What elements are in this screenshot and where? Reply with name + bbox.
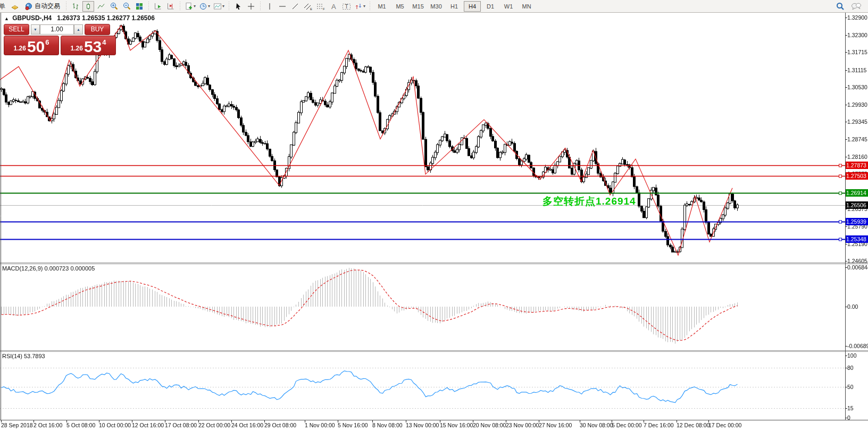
toolbar-separator bbox=[147, 2, 150, 11]
price-axis[interactable]: 1.329001.323001.317151.311151.305301.299… bbox=[845, 12, 868, 420]
time-tick-label: 17 Oct 08:00 bbox=[165, 422, 197, 428]
arrows-tool-button[interactable]: ▾ bbox=[353, 1, 366, 12]
chart-canvas[interactable] bbox=[0, 12, 868, 431]
hline-price-label: 1.25348 bbox=[846, 235, 868, 243]
crosshair-icon bbox=[247, 2, 255, 11]
cursor-arrow-icon bbox=[234, 2, 243, 11]
new-order-button[interactable]: 订单 bbox=[0, 2, 9, 11]
horizontal-line-tool-button[interactable] bbox=[277, 1, 288, 12]
templates-button[interactable]: ▾ bbox=[212, 1, 226, 12]
chart-title: ▲ GBPUSD-,H4 1.26373 1.26535 1.26277 1.2… bbox=[4, 14, 155, 22]
dropdown-caret-icon: ▾ bbox=[194, 4, 196, 9]
collapse-triangle-icon: ▲ bbox=[4, 16, 9, 21]
toolbar-separator bbox=[369, 2, 371, 11]
time-tick-label: 5 Nov 16:00 bbox=[338, 422, 368, 428]
autotrading-robot-icon bbox=[24, 2, 33, 11]
sell-price-point: 6 bbox=[45, 38, 49, 46]
timeframe-d1-button[interactable]: D1 bbox=[482, 1, 499, 12]
fibonacci-icon: F bbox=[316, 2, 326, 11]
svg-text:F: F bbox=[323, 7, 325, 11]
macd-tick-label: -0.006894 bbox=[847, 343, 868, 349]
horizontal-line-icon bbox=[278, 2, 287, 11]
zoom-in-button[interactable] bbox=[108, 1, 120, 12]
new-chart-icon bbox=[185, 2, 193, 11]
fibonacci-tool-button[interactable]: F bbox=[315, 1, 327, 12]
vertical-line-tool-button[interactable] bbox=[264, 1, 276, 12]
time-tick-label: 10 Oct 00:00 bbox=[99, 422, 131, 428]
time-tick-label: 20 Nov 08:00 bbox=[473, 422, 506, 428]
time-tick-label: 30 Nov 08:00 bbox=[580, 422, 613, 428]
toolbar-separator bbox=[179, 2, 181, 11]
macd-tick-label: 0.006844 bbox=[847, 264, 868, 271]
templates-icon bbox=[213, 2, 222, 11]
macd-indicator-label: MACD(12,26,9) 0.000723 0.000005 bbox=[2, 265, 95, 272]
tile-windows-button[interactable] bbox=[133, 1, 145, 12]
volume-field[interactable]: 1.00 bbox=[40, 24, 74, 35]
time-tick-label: 29 Oct 08:00 bbox=[264, 422, 296, 428]
buy-price-box[interactable]: 1.26 53 4 bbox=[61, 36, 116, 55]
volume-down-icon: ▼ bbox=[34, 28, 37, 31]
time-tick-label: 22 Oct 00:00 bbox=[198, 422, 230, 428]
chart-shift-button[interactable] bbox=[165, 1, 177, 12]
timeframe-m30-button[interactable]: M30 bbox=[428, 1, 445, 12]
time-tick-label: 7 Dec 16:00 bbox=[644, 422, 674, 428]
hline-price-label: 1.27503 bbox=[846, 172, 868, 180]
macd-tick-label: 0.00 bbox=[847, 303, 858, 310]
sell-button[interactable]: SELL bbox=[4, 24, 29, 35]
toolbar: 订单 自动交易 bbox=[0, 0, 868, 13]
volume-up-icon: ▲ bbox=[77, 28, 80, 31]
equidistant-channel-tool-button[interactable]: E bbox=[302, 1, 314, 12]
time-tick-label: 13 Nov 00:00 bbox=[406, 422, 439, 428]
volume-decrease-button[interactable]: ▼ bbox=[31, 24, 40, 35]
candlestick-chart-type-button[interactable] bbox=[82, 1, 94, 12]
timeframe-h4-button[interactable]: H4 bbox=[464, 1, 481, 12]
line-chart-type-button[interactable] bbox=[95, 1, 107, 12]
price-tick-label: 1.29930 bbox=[847, 102, 867, 108]
rsi-tick-label: 15 bbox=[847, 405, 854, 411]
trendline-tool-button[interactable] bbox=[289, 1, 301, 12]
auto-scroll-button[interactable] bbox=[152, 1, 164, 12]
timeframe-h1-button[interactable]: H1 bbox=[446, 1, 463, 12]
time-tick-label: 17 Dec 00:00 bbox=[708, 422, 741, 428]
dropdown-caret-icon: ▾ bbox=[208, 4, 210, 9]
time-tick-label: 28 Sep 2018 bbox=[1, 422, 33, 428]
price-tick-label: 1.28745 bbox=[847, 136, 867, 142]
time-tick-label: 15 Nov 16:00 bbox=[440, 422, 473, 428]
new-chart-button[interactable]: ▾ bbox=[183, 1, 197, 12]
text-tool-button[interactable]: A bbox=[328, 1, 339, 12]
time-tick-label: 24 Oct 16:00 bbox=[231, 422, 263, 428]
sell-price-pips: 50 bbox=[27, 40, 45, 54]
autotrading-button[interactable]: 自动交易 bbox=[22, 1, 63, 12]
time-tick-label: 23 Nov 00:00 bbox=[506, 422, 539, 428]
market-watch-gold-icon[interactable] bbox=[9, 1, 21, 12]
time-tick-label: 12 Dec 08:00 bbox=[677, 422, 710, 428]
volume-increase-button[interactable]: ▲ bbox=[74, 24, 83, 35]
search-icon bbox=[836, 2, 845, 11]
time-axis[interactable]: 28 Sep 20182 Oct 16:005 Oct 08:0010 Oct … bbox=[0, 420, 868, 431]
profiles-clock-icon bbox=[199, 2, 207, 11]
timeframe-m15-button[interactable]: M15 bbox=[410, 1, 427, 12]
price-tick-label: 1.31115 bbox=[847, 67, 866, 73]
timeframe-m5-button[interactable]: M5 bbox=[391, 1, 408, 12]
chat-button[interactable] bbox=[850, 1, 863, 12]
toolbar-separator bbox=[65, 2, 68, 11]
cursor-button[interactable] bbox=[232, 1, 244, 12]
timeframe-mn-button[interactable]: MN bbox=[518, 1, 535, 12]
ohlc-bars-icon bbox=[71, 2, 80, 11]
buy-button[interactable]: BUY bbox=[85, 24, 110, 35]
timeframe-m1-button[interactable]: M1 bbox=[373, 1, 390, 12]
text-label-tool-button[interactable]: T bbox=[340, 1, 352, 12]
timeframe-w1-button[interactable]: W1 bbox=[500, 1, 517, 12]
sell-price-box[interactable]: 1.26 50 6 bbox=[4, 36, 59, 55]
channel-icon: E bbox=[303, 2, 313, 11]
buy-price-point: 4 bbox=[102, 38, 106, 46]
bar-chart-type-button[interactable] bbox=[70, 1, 81, 12]
price-tick-label: 1.28160 bbox=[847, 154, 867, 160]
current-price-label: 1.26506 bbox=[846, 201, 868, 209]
zoom-out-button[interactable] bbox=[121, 1, 132, 12]
search-button[interactable] bbox=[834, 1, 846, 12]
profiles-button[interactable]: ▾ bbox=[198, 1, 211, 12]
arrows-icon bbox=[354, 2, 363, 11]
crosshair-button[interactable] bbox=[245, 1, 257, 12]
price-tick-label: 1.30530 bbox=[847, 84, 867, 90]
